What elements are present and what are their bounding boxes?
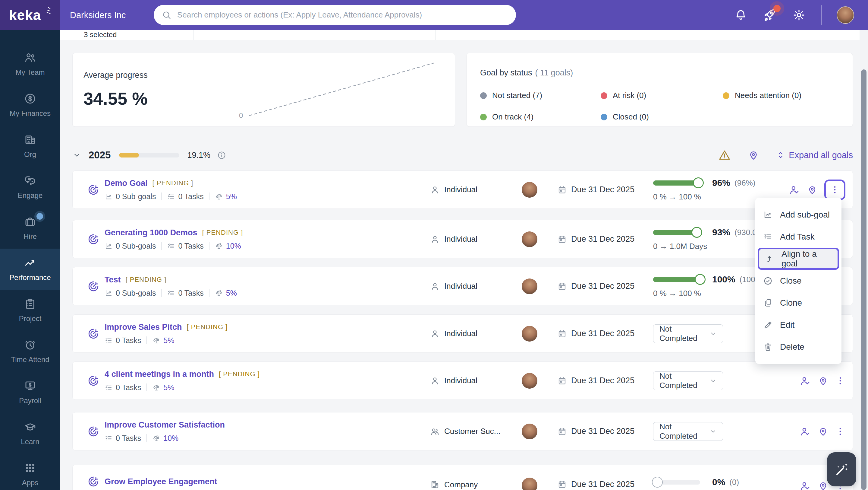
- goal-status-dropdown[interactable]: Not Completed: [653, 422, 723, 441]
- goal-type: Individual: [430, 376, 522, 386]
- global-search[interactable]: [154, 5, 516, 25]
- calendar-icon: [557, 376, 567, 385]
- menu-item-clone[interactable]: Clone: [755, 292, 841, 314]
- company-name: Darksiders Inc: [70, 0, 126, 30]
- goal-title[interactable]: Demo Goal: [104, 179, 148, 188]
- menu-item-delete[interactable]: Delete: [755, 336, 841, 358]
- sidebar-item-project[interactable]: Project: [0, 290, 60, 331]
- goal-title[interactable]: Improve Customer Satisfaction: [104, 420, 225, 430]
- progress-knob[interactable]: [693, 177, 704, 188]
- sidebar-item-hire[interactable]: Hire: [0, 208, 60, 249]
- goal-weight: 10%: [152, 434, 179, 443]
- goal-weight: 5%: [152, 336, 174, 345]
- my-team-icon: [24, 51, 36, 64]
- settings-gear-icon[interactable]: [792, 8, 806, 22]
- info-icon[interactable]: [217, 150, 226, 160]
- scrollbar-thumb[interactable]: [861, 69, 867, 490]
- pin-icon[interactable]: [807, 184, 818, 195]
- selected-count: 3 selected: [84, 30, 117, 39]
- slider-knob[interactable]: [652, 477, 663, 488]
- goal-by-status-title: Goal by status: [480, 68, 532, 78]
- add-task-icon: [763, 232, 773, 242]
- assign-user-icon[interactable]: [800, 375, 811, 386]
- tasks-icon: [167, 289, 175, 297]
- goal-target-icon: [87, 374, 100, 387]
- pin-icon[interactable]: [818, 426, 829, 437]
- notification-dot: [773, 5, 781, 12]
- map-pin-icon[interactable]: [748, 149, 759, 161]
- clone-icon: [763, 298, 773, 308]
- goal-progress-slider[interactable]: [653, 480, 700, 485]
- three-dots-icon[interactable]: [835, 376, 845, 386]
- sidebar-item-time-attend[interactable]: Time Attend: [0, 331, 60, 372]
- goal-target-icon: [87, 233, 100, 246]
- goal-status-dropdown[interactable]: Not Completed: [653, 324, 723, 343]
- owner-avatar[interactable]: [522, 279, 537, 294]
- expand-all-goals-button[interactable]: Expand all goals: [776, 150, 853, 160]
- year-label: 2025: [89, 149, 111, 161]
- whats-new-rocket[interactable]: [763, 8, 777, 22]
- hire-icon: [24, 215, 36, 228]
- assign-user-icon[interactable]: [800, 426, 811, 437]
- subgoals-icon: [104, 193, 113, 201]
- team-icon: [430, 426, 440, 437]
- menu-item-close[interactable]: Close: [755, 270, 841, 292]
- calendar-icon: [557, 480, 567, 489]
- owner-avatar[interactable]: [522, 424, 537, 439]
- search-input[interactable]: [177, 10, 508, 20]
- goal-type: Individual: [430, 328, 522, 339]
- weight-icon: [215, 242, 223, 250]
- goal-title[interactable]: 4 client meetings in a month: [104, 370, 214, 379]
- individual-icon: [430, 328, 440, 339]
- menu-item-align-to-a-goal[interactable]: Align to a goal: [758, 248, 839, 270]
- scrollbar-track[interactable]: [860, 30, 868, 490]
- row-menu-button-active[interactable]: [824, 179, 845, 200]
- chevron-down-icon: [710, 330, 717, 337]
- close-goal-icon: [763, 276, 773, 286]
- year-section-header: 2025 19.1% Expand all goals: [72, 146, 853, 164]
- owner-avatar[interactable]: [522, 373, 537, 388]
- goal-title[interactable]: Generating 1000 Demos: [104, 228, 197, 237]
- assign-user-icon[interactable]: [800, 480, 811, 490]
- sidebar-item-my-finances[interactable]: My Finances: [0, 85, 60, 125]
- owner-avatar[interactable]: [522, 231, 537, 247]
- pin-icon[interactable]: [818, 480, 829, 490]
- owner-avatar[interactable]: [522, 326, 537, 342]
- goal-progress-bar: [653, 277, 700, 282]
- progress-knob[interactable]: [691, 227, 702, 238]
- ai-assistant-fab[interactable]: [827, 452, 856, 486]
- status-dot: [480, 114, 487, 120]
- sidebar-item-learn[interactable]: Learn: [0, 413, 60, 454]
- goal-title[interactable]: Grow Employee Engagement: [104, 477, 217, 486]
- sidebar-item-performance[interactable]: Performance: [0, 249, 60, 290]
- three-dots-icon[interactable]: [835, 426, 845, 437]
- goal-target-icon: [87, 425, 100, 438]
- due-date: Due 31 Dec 2025: [557, 480, 651, 489]
- owner-avatar[interactable]: [522, 182, 537, 198]
- warning-icon[interactable]: [718, 149, 731, 162]
- goal-title[interactable]: Improve Sales Pitch: [104, 322, 182, 332]
- apps-icon: [24, 462, 36, 474]
- pin-icon[interactable]: [818, 375, 829, 386]
- assign-user-icon[interactable]: [789, 184, 800, 196]
- goal-title[interactable]: Test: [104, 275, 121, 285]
- sidebar-item-engage[interactable]: Engage: [0, 167, 60, 208]
- menu-item-add-task[interactable]: Add Task: [755, 226, 841, 248]
- sidebar-item-apps[interactable]: Apps: [0, 454, 60, 490]
- collapse-chevron-icon[interactable]: [72, 150, 82, 160]
- notifications-bell-icon[interactable]: [734, 8, 747, 22]
- owner-avatar[interactable]: [522, 478, 537, 490]
- profile-avatar[interactable]: [837, 6, 854, 24]
- keka-logo[interactable]: keka: [0, 0, 60, 30]
- menu-item-edit[interactable]: Edit: [755, 314, 841, 336]
- legend-at-risk: At risk (0): [601, 91, 723, 100]
- progress-knob[interactable]: [695, 274, 706, 285]
- goal-status-dropdown[interactable]: Not Completed: [653, 371, 723, 390]
- sidebar-item-my-team[interactable]: My Team: [0, 44, 60, 85]
- due-date: Due 31 Dec 2025: [557, 427, 651, 436]
- goal-target-icon: [87, 183, 100, 196]
- sidebar-item-org[interactable]: Org: [0, 125, 60, 167]
- sidebar-item-payroll[interactable]: Payroll: [0, 372, 60, 413]
- menu-item-add-sub-goal[interactable]: Add sub-goal: [755, 204, 841, 226]
- goal-row: Improve Sales Pitch [ PENDING ] 0 Tasks …: [72, 314, 853, 353]
